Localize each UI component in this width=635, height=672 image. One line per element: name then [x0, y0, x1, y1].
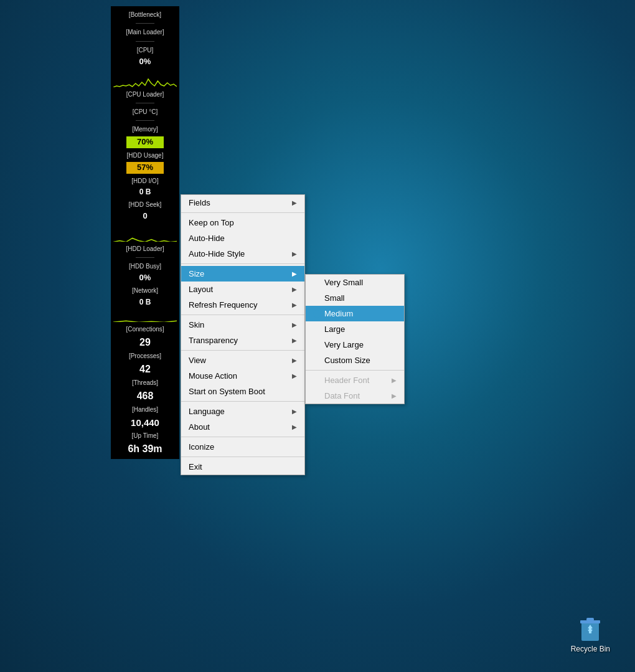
- svg-rect-2: [586, 618, 594, 621]
- hdd-io-value: 0 B: [111, 186, 179, 199]
- menu-item-size[interactable]: Size ▶: [181, 266, 304, 282]
- size-small[interactable]: Small: [306, 290, 404, 306]
- arrow-icon-4: ▶: [292, 286, 297, 293]
- menu-sep-1: [181, 212, 304, 213]
- size-header-font: Header Font ▶: [306, 372, 404, 388]
- hdd-seek-value: 0: [111, 210, 179, 223]
- processes-value: 42: [111, 362, 179, 377]
- cpu-value: 0%: [111, 55, 179, 69]
- memory-label: [Memory]: [111, 123, 179, 135]
- memory-value: 70%: [111, 135, 179, 149]
- selected-bullet: [313, 310, 321, 318]
- hdd-usage-value: 57%: [111, 161, 179, 175]
- uptime-value: 6h 39m: [111, 442, 179, 457]
- menu-sep-6: [181, 437, 304, 437]
- network-label: [Network]: [111, 285, 179, 296]
- hdd-seek-label: [HDD Seek]: [111, 199, 179, 210]
- size-sep-1: [306, 370, 404, 371]
- menu-item-skin[interactable]: Skin ▶: [181, 317, 304, 333]
- recycle-bin-label: Recycle Bin: [571, 645, 610, 653]
- menu-item-start-on-boot[interactable]: Start on System Boot: [181, 384, 304, 399]
- menu-sep-2: [181, 263, 304, 264]
- menu-item-fields[interactable]: Fields ▶: [181, 195, 304, 211]
- menu-item-auto-hide[interactable]: Auto-Hide: [181, 230, 304, 246]
- menu-item-auto-hide-style[interactable]: Auto-Hide Style ▶: [181, 246, 304, 262]
- hdd-busy-label: [HDD Busy]: [111, 260, 179, 272]
- size-medium[interactable]: Medium: [306, 306, 404, 321]
- arrow-icon-8: ▶: [292, 357, 297, 364]
- arrow-icon: ▶: [292, 199, 297, 206]
- arrow-icon-10: ▶: [292, 408, 297, 415]
- size-large[interactable]: Large: [306, 321, 404, 337]
- cpu-label: [CPU]: [111, 44, 179, 55]
- connections-label: [Connections]: [111, 323, 179, 334]
- cpu-temp-label: [CPU °C]: [111, 106, 179, 117]
- divider-4: ———: [111, 117, 179, 123]
- size-data-font: Data Font ▶: [306, 388, 404, 404]
- network-value: 0 B: [111, 296, 179, 309]
- network-graph: [113, 310, 177, 322]
- menu-sep-5: [181, 401, 304, 402]
- arrow-icon-11: ▶: [292, 424, 297, 430]
- bottleneck-label: [Bottleneck]: [111, 9, 179, 20]
- menu-item-exit[interactable]: Exit: [181, 459, 304, 475]
- cpu-graph: [113, 70, 177, 87]
- menu-sep-3: [181, 315, 304, 315]
- arrow-icon-7: ▶: [292, 337, 297, 344]
- arrow-icon-2: ▶: [292, 250, 297, 257]
- handles-value: 10,440: [111, 415, 179, 430]
- size-very-small[interactable]: Very Small: [306, 275, 404, 290]
- divider-5: ———: [111, 254, 179, 260]
- recycle-bin-icon: [575, 612, 605, 642]
- size-submenu: Very Small Small Medium Large Very Large…: [305, 274, 405, 404]
- menu-item-iconize[interactable]: Iconize: [181, 439, 304, 455]
- connections-value: 29: [111, 335, 179, 351]
- processes-label: [Processes]: [111, 350, 179, 361]
- size-custom[interactable]: Custom Size: [306, 353, 404, 368]
- hdd-usage-label: [HDD Usage]: [111, 149, 179, 161]
- handles-label: [Handles]: [111, 404, 179, 415]
- sub-arrow-icon-1: ▶: [392, 377, 397, 384]
- divider-2: ———: [111, 38, 179, 44]
- menu-item-language[interactable]: Language ▶: [181, 404, 304, 419]
- divider-3: ———: [111, 100, 179, 106]
- arrow-icon-9: ▶: [292, 372, 297, 379]
- divider-1: ———: [111, 20, 179, 26]
- menu-sep-7: [181, 457, 304, 457]
- recycle-bin[interactable]: Recycle Bin: [571, 612, 610, 653]
- threads-value: 468: [111, 389, 179, 404]
- hdd-busy-value: 0%: [111, 272, 179, 285]
- hdd-seek-graph: [113, 224, 177, 242]
- menu-item-layout[interactable]: Layout ▶: [181, 282, 304, 297]
- context-menu: Fields ▶ Keep on Top Auto-Hide Auto-Hide…: [181, 194, 305, 475]
- sidebar-widget: [Bottleneck] ——— [Main Loader] ——— [CPU]…: [111, 6, 179, 459]
- menu-item-mouse-action[interactable]: Mouse Action ▶: [181, 368, 304, 384]
- cpu-loader-label: [CPU Loader]: [111, 88, 179, 100]
- hdd-io-label: [HDD I/O]: [111, 175, 179, 186]
- menu-item-view[interactable]: View ▶: [181, 353, 304, 368]
- threads-label: [Threads]: [111, 377, 179, 388]
- menu-item-keep-on-top[interactable]: Keep on Top: [181, 215, 304, 230]
- svg-rect-3: [589, 628, 591, 633]
- arrow-icon-3: ▶: [292, 270, 297, 277]
- menu-item-transparency[interactable]: Transparency ▶: [181, 333, 304, 348]
- sub-arrow-icon-2: ▶: [392, 392, 397, 399]
- uptime-label: [Up Time]: [111, 430, 179, 441]
- arrow-icon-5: ▶: [292, 301, 297, 308]
- arrow-icon-6: ▶: [292, 321, 297, 328]
- size-very-large[interactable]: Very Large: [306, 337, 404, 353]
- main-loader-label: [Main Loader]: [111, 26, 179, 37]
- hdd-loader-label: [HDD Loader]: [111, 243, 179, 254]
- menu-sep-4: [181, 350, 304, 351]
- menu-item-about[interactable]: About ▶: [181, 419, 304, 435]
- menu-item-refresh-frequency[interactable]: Refresh Frequency ▶: [181, 297, 304, 313]
